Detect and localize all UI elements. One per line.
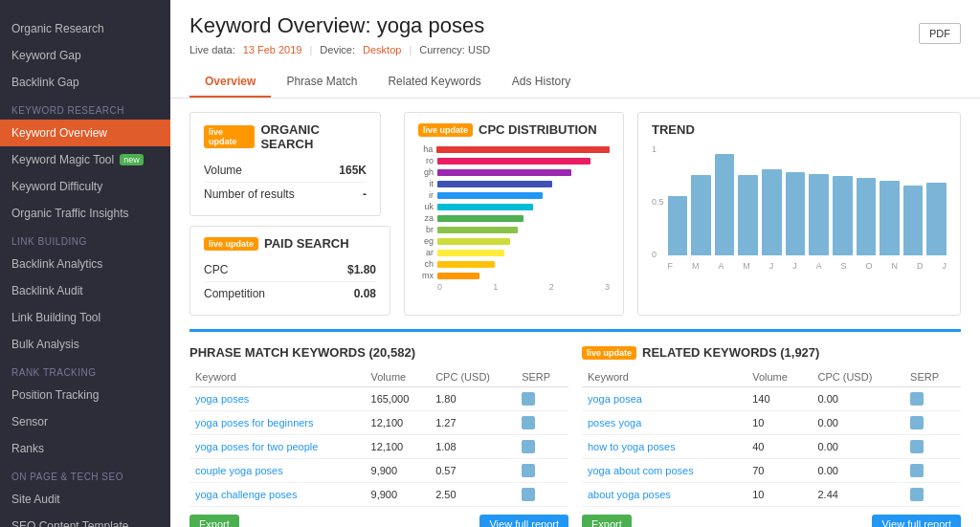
- trend-x-label: F: [668, 261, 674, 271]
- cpc-distribution-title: live update CPC DISTRIBUTION: [418, 122, 610, 137]
- trend-x-label: M: [692, 261, 700, 271]
- live-data-date[interactable]: 13 Feb 2019: [243, 44, 302, 55]
- trend-bar: [668, 196, 688, 255]
- serp-cell: [516, 435, 568, 459]
- trend-bar: [809, 174, 829, 255]
- keyword-link[interactable]: poses yoga: [588, 417, 641, 428]
- sidebar-item-keyword-gap[interactable]: Keyword Gap: [0, 42, 170, 69]
- related-export[interactable]: Export: [582, 515, 632, 527]
- paid-metrics: CPC$1.80Competition0.08: [204, 258, 376, 305]
- cpc-bar: [437, 238, 510, 245]
- trend-x-label: J: [942, 261, 947, 271]
- keyword-link[interactable]: yoga poses for beginners: [195, 417, 314, 428]
- keyword-link[interactable]: yoga challenge poses: [195, 489, 297, 500]
- sidebar-item-keyword-magic-tool[interactable]: Keyword Magic Toolnew: [0, 146, 170, 173]
- cpc-bar-label: br: [418, 225, 434, 234]
- cpc-bar-row: br: [418, 225, 610, 234]
- cpc-bar: [437, 215, 523, 222]
- cpc-bar-row: mx: [418, 271, 610, 280]
- keyword-cell: yoga challenge poses: [189, 483, 366, 507]
- main-content: Keyword Overview: yoga poses Live data: …: [170, 0, 980, 527]
- serp-cell: [904, 387, 961, 411]
- trend-bar: [903, 186, 924, 255]
- organic-search-panel: live update ORGANIC SEARCH Volume165KNum…: [189, 112, 381, 216]
- related-keyword-row: yoga about com poses 70 0.00: [582, 459, 961, 483]
- trend-x-label: A: [816, 261, 822, 271]
- tab-related-keywords[interactable]: Related Keywords: [372, 67, 496, 98]
- cpc-bar: [437, 158, 590, 165]
- organic-metrics: Volume165KNumber of results-: [204, 159, 367, 206]
- serp-icon: [522, 416, 535, 429]
- sidebar-item-backlink-audit[interactable]: Backlink Audit: [0, 277, 170, 304]
- keyword-cell: couple yoga poses: [189, 459, 366, 483]
- keyword-link[interactable]: yoga posea: [588, 393, 642, 405]
- keyword-link[interactable]: yoga about com poses: [588, 465, 694, 476]
- tab-ads-history[interactable]: Ads History: [497, 67, 586, 98]
- sidebar-item-bulk-analysis[interactable]: Bulk Analysis: [0, 331, 170, 358]
- sidebar-item-organic-traffic-insights[interactable]: Organic Traffic Insights: [0, 200, 170, 227]
- cpc-cell: 2.50: [430, 483, 516, 507]
- related-col-cpc-usd: CPC (USD): [812, 367, 904, 387]
- phrase-match-export[interactable]: Export: [189, 515, 239, 527]
- cpc-bar: [437, 169, 571, 176]
- cpc-bar-label: za: [418, 213, 434, 223]
- sidebar-item-keyword-difficulty[interactable]: Keyword Difficulty: [0, 173, 170, 200]
- sidebar-item-backlink-gap[interactable]: Backlink Gap: [0, 69, 170, 96]
- sidebar-item-position-tracking[interactable]: Position Tracking: [0, 382, 170, 408]
- phrase-match-body: yoga poses 165,000 1.80 yoga poses for b…: [189, 387, 568, 507]
- organic-metric-number-of-results: Number of results-: [204, 183, 367, 206]
- trend-bar: [880, 181, 900, 255]
- sidebar-item-backlink-analytics[interactable]: Backlink Analytics: [0, 251, 170, 277]
- sidebar-item-organic-research[interactable]: Organic Research: [0, 15, 170, 42]
- tab-overview[interactable]: Overview: [189, 67, 271, 98]
- sidebar-item-link-building-tool[interactable]: Link Building Tool: [0, 304, 170, 331]
- trend-title: TREND: [652, 122, 947, 137]
- keyword-link[interactable]: yoga poses: [195, 393, 249, 405]
- sidebar-section-label: Link Building: [0, 227, 170, 251]
- pdf-button[interactable]: PDF: [919, 23, 961, 44]
- cpc-bar-row: gh: [418, 167, 610, 177]
- keyword-link[interactable]: couple yoga poses: [195, 465, 283, 476]
- sidebar-item-ranks[interactable]: Ranks: [0, 435, 170, 462]
- trend-panel: TREND 1 0.5 0 FMAMJJASONDJ: [637, 112, 961, 316]
- phrase-match-view-full[interactable]: View full report: [479, 515, 568, 527]
- keyword-link[interactable]: how to yoga poses: [588, 441, 676, 452]
- trend-x-label: O: [866, 261, 873, 271]
- cpc-cell: 1.80: [430, 387, 516, 411]
- top-panels: live update ORGANIC SEARCH Volume165KNum…: [189, 112, 961, 316]
- paid-search-panel: live update PAID SEARCH CPC$1.80Competit…: [189, 226, 390, 316]
- trend-x-label: N: [892, 261, 899, 271]
- related-view-full[interactable]: View full report: [872, 515, 961, 527]
- sidebar-item-keyword-overview[interactable]: Keyword Overview: [0, 120, 170, 146]
- trend-bar: [926, 183, 947, 255]
- keyword-link[interactable]: yoga poses for two people: [195, 441, 318, 452]
- cpc-cell: 0.00: [812, 435, 904, 459]
- sidebar-item-site-audit[interactable]: Site Audit: [0, 486, 170, 513]
- sidebar-item-sensor[interactable]: Sensor: [0, 408, 170, 435]
- sidebar-item-seo-content-template[interactable]: SEO Content Template: [0, 513, 170, 527]
- cpc-bar-label: gh: [418, 167, 434, 177]
- cpc-bar-row: it: [418, 179, 610, 188]
- device-value[interactable]: Desktop: [363, 44, 401, 55]
- metric-value: 0.08: [354, 287, 376, 300]
- cpc-chart: ha ro gh it ir uk za br eg ar ch mx: [418, 144, 610, 280]
- phrase-match-header: KeywordVolumeCPC (USD)SERP: [189, 367, 568, 387]
- trend-bar: [857, 178, 877, 255]
- metric-label: CPC: [204, 263, 228, 276]
- content-area: live update ORGANIC SEARCH Volume165KNum…: [170, 99, 980, 527]
- cpc-bar-label: ha: [418, 144, 433, 154]
- keyword-link[interactable]: about yoga poses: [588, 489, 671, 500]
- serp-cell: [516, 387, 568, 411]
- keyword-cell: poses yoga: [582, 411, 746, 435]
- phrase-match-row: yoga poses for beginners 12,100 1.27: [189, 411, 568, 435]
- tab-phrase-match[interactable]: Phrase Match: [271, 67, 372, 98]
- phrase-match-row: yoga poses for two people 12,100 1.08: [189, 435, 568, 459]
- metric-value: -: [363, 187, 367, 201]
- volume-cell: 140: [746, 387, 812, 411]
- serp-icon: [910, 392, 924, 406]
- volume-cell: 10: [746, 483, 812, 507]
- cpc-bar-label: ar: [418, 248, 434, 257]
- cpc-bar: [437, 192, 543, 199]
- cpc-bar-row: ha: [418, 144, 610, 154]
- related-col-serp: SERP: [904, 367, 961, 387]
